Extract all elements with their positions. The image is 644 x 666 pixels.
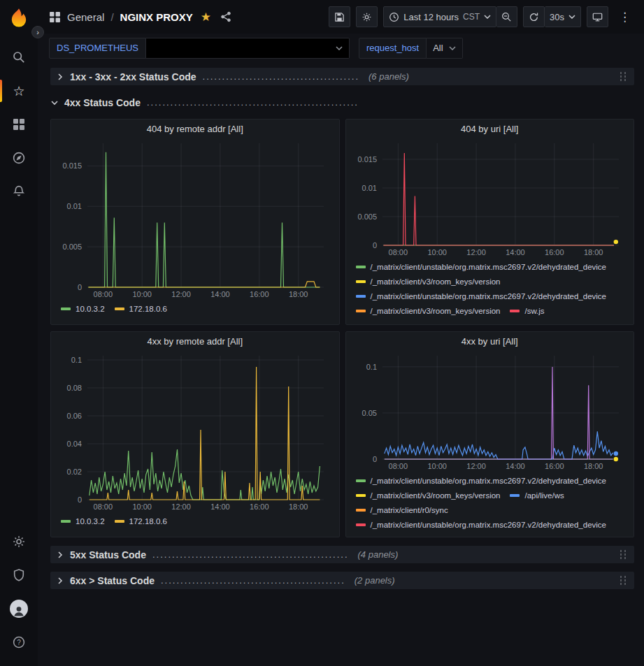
kebab-menu-icon: ⋮ <box>619 10 631 24</box>
chevron-down-icon <box>336 46 343 50</box>
row-drag-handle[interactable] <box>619 549 627 560</box>
panel-title[interactable]: 4xx by uri [All] <box>352 332 629 351</box>
time-range-button[interactable]: Last 12 hours CST <box>383 6 496 27</box>
legend-item[interactable]: /sw.js <box>510 305 544 316</box>
sidebar-item-help[interactable]: ? <box>0 625 38 659</box>
panel-title[interactable]: 404 by uri [All] <box>352 120 629 138</box>
svg-text:18:00: 18:00 <box>583 462 603 470</box>
svg-text:10:00: 10:00 <box>132 502 152 511</box>
legend-swatch-icon <box>356 523 366 526</box>
sidebar-item-starred[interactable]: ☆ <box>0 74 38 108</box>
row-5xx[interactable]: 5xx Status Code ........................… <box>50 546 634 563</box>
time-series-chart[interactable]: 00.020.040.060.080.108:0010:0012:0014:00… <box>57 351 334 513</box>
legend-label: 10.0.3.2 <box>76 517 105 526</box>
variable-value-request-host[interactable]: All <box>427 38 462 59</box>
legend-item[interactable]: /_matrix/client/unstable/org.matrix.msc2… <box>356 291 607 301</box>
svg-text:18:00: 18:00 <box>289 502 308 511</box>
refresh-controls: 30s <box>523 6 581 27</box>
legend-item[interactable]: /_matrix/client/v3/room_keys/version <box>356 490 501 500</box>
star-icon: ☆ <box>13 85 24 98</box>
svg-text:10:00: 10:00 <box>427 462 447 470</box>
chevron-down-icon <box>449 46 456 50</box>
grafana-logo-icon[interactable] <box>7 7 31 31</box>
svg-text:08:00: 08:00 <box>388 462 408 470</box>
svg-text:0.005: 0.005 <box>357 212 377 221</box>
legend-item[interactable]: /_matrix/client/unstable/org.matrix.msc2… <box>356 519 607 530</box>
sidebar-item-configuration[interactable] <box>0 525 38 558</box>
legend-item[interactable]: 172.18.0.6 <box>115 516 167 526</box>
row-title-dots: ........................................… <box>152 549 349 560</box>
legend-label: /_matrix/client/unstable/org.matrix.msc2… <box>371 263 607 271</box>
panel-title[interactable]: 4xx by remote addr [All] <box>57 332 334 351</box>
legend-swatch-icon <box>356 310 366 312</box>
legend-item[interactable]: 10.0.3.2 <box>61 303 105 314</box>
server-admin-shield-icon <box>12 568 26 582</box>
time-series-chart[interactable]: 00.0050.010.01508:0010:0012:0014:0016:00… <box>57 138 334 301</box>
panel: 404 by remote addr [All]00.0050.010.0150… <box>50 119 340 325</box>
sidebar-item-server-admin[interactable] <box>0 558 38 592</box>
legend-item[interactable]: 172.18.0.6 <box>115 303 167 314</box>
dashboard-settings-button[interactable] <box>356 6 378 27</box>
sidebar-expand-icon[interactable]: › <box>31 26 44 38</box>
row-4xx-header[interactable]: 4xx Status Code ........................… <box>51 94 634 111</box>
apps-grid-icon[interactable] <box>49 11 61 23</box>
kebab-menu-button[interactable]: ⋮ <box>614 6 636 27</box>
legend-label: 172.18.0.6 <box>129 305 167 313</box>
legend-swatch-icon <box>115 520 124 523</box>
save-dashboard-button[interactable] <box>329 6 350 27</box>
sidebar-item-search[interactable] <box>0 41 38 74</box>
sidebar-item-dashboards[interactable] <box>0 108 38 141</box>
row-1xx-3xx-2xx[interactable]: 1xx - 3xx - 2xx Status Code ............… <box>50 68 634 85</box>
favorite-star-icon[interactable]: ★ <box>201 10 211 24</box>
share-icon[interactable] <box>220 11 231 22</box>
refresh-interval-dropdown[interactable]: 30s <box>545 6 581 27</box>
chevron-down-icon <box>568 15 575 19</box>
legend-item[interactable]: /_matrix/client/unstable/org.matrix.msc2… <box>356 261 607 272</box>
legend-item[interactable]: /_matrix/client/r0/sync <box>356 505 448 515</box>
variable-label-request-host[interactable]: request_host <box>359 38 427 59</box>
svg-text:0.015: 0.015 <box>62 161 82 170</box>
sidebar-item-alerting[interactable] <box>0 175 38 208</box>
legend-item[interactable]: 10.0.3.2 <box>61 516 105 526</box>
refresh-icon <box>529 12 539 22</box>
time-series-chart[interactable]: 00.0050.010.01508:0010:0012:0014:0016:00… <box>352 138 629 259</box>
legend-item[interactable]: /_matrix/client/unstable/org.matrix.msc2… <box>356 475 607 486</box>
panel-legend: /_matrix/client/unstable/org.matrix.msc2… <box>352 259 629 321</box>
legend-item[interactable]: /_matrix/client/v3/room_keys/version <box>356 305 501 316</box>
row-drag-handle[interactable] <box>619 71 627 82</box>
row-drag-handle[interactable] <box>619 575 627 586</box>
svg-text:16:00: 16:00 <box>250 502 269 511</box>
legend-label: /api/live/ws <box>524 491 564 500</box>
svg-text:0.02: 0.02 <box>67 468 82 476</box>
variable-value-ds-prometheus[interactable] <box>146 38 350 59</box>
variables-submenu: DS_PROMETHEUS request_host All <box>38 34 644 62</box>
svg-text:18:00: 18:00 <box>583 248 603 256</box>
panel: 4xx by remote addr [All]00.020.040.060.0… <box>50 331 340 537</box>
configuration-gear-icon <box>12 535 26 549</box>
svg-text:08:00: 08:00 <box>388 248 408 256</box>
breadcrumb-section[interactable]: General <box>67 11 104 23</box>
legend-item[interactable]: /api/live/ws <box>510 490 564 500</box>
svg-text:12:00: 12:00 <box>171 502 191 511</box>
legend-item[interactable]: /_matrix/client/v3/room_keys/version <box>356 276 501 287</box>
cycle-view-button[interactable] <box>587 6 608 27</box>
panel-title[interactable]: 404 by remote addr [All] <box>57 120 334 138</box>
legend-label: /_matrix/client/unstable/org.matrix.msc2… <box>371 477 607 485</box>
row-title-dots: ........................................… <box>147 97 359 108</box>
time-series-chart[interactable]: 00.050.108:0010:0012:0014:0016:0018:00 <box>352 351 629 472</box>
zoom-out-button[interactable] <box>496 6 517 27</box>
row-6xx[interactable]: 6xx > Status Code ......................… <box>50 572 634 589</box>
svg-text:16:00: 16:00 <box>545 462 564 470</box>
svg-text:0.015: 0.015 <box>357 155 377 164</box>
variable-label-ds-prometheus[interactable]: DS_PROMETHEUS <box>49 38 146 59</box>
refresh-button[interactable] <box>523 6 545 27</box>
sidebar-item-explore[interactable] <box>0 141 38 175</box>
legend-swatch-icon <box>115 307 124 310</box>
svg-text:0: 0 <box>78 495 82 504</box>
chevron-down-icon <box>51 99 58 106</box>
sidebar-item-profile[interactable] <box>0 592 38 625</box>
svg-text:0.08: 0.08 <box>67 384 82 392</box>
user-avatar <box>10 600 28 618</box>
sidebar: › ☆ <box>0 0 38 666</box>
legend-swatch-icon <box>356 295 366 298</box>
